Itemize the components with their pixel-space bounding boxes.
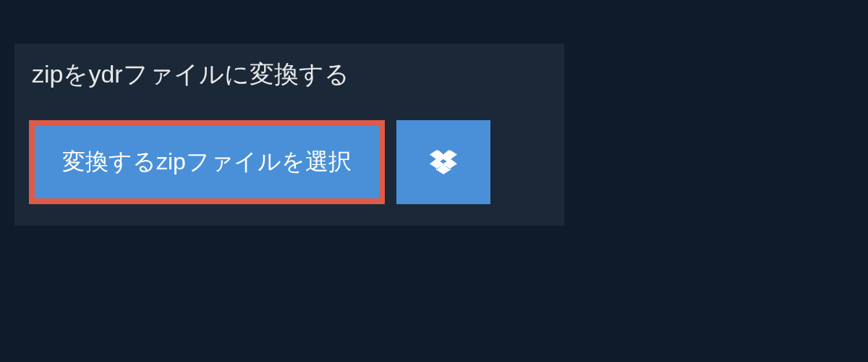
dropbox-button[interactable] xyxy=(396,120,490,204)
page-title: zipをydrファイルに変換する xyxy=(29,58,550,91)
select-file-label: 変換するzipファイルを選択 xyxy=(62,146,352,178)
button-row: 変換するzipファイルを選択 xyxy=(29,120,550,204)
dropbox-icon xyxy=(429,148,458,177)
converter-panel: zipをydrファイルに変換する 変換するzipファイルを選択 xyxy=(14,43,564,226)
select-file-button[interactable]: 変換するzipファイルを選択 xyxy=(29,120,385,204)
